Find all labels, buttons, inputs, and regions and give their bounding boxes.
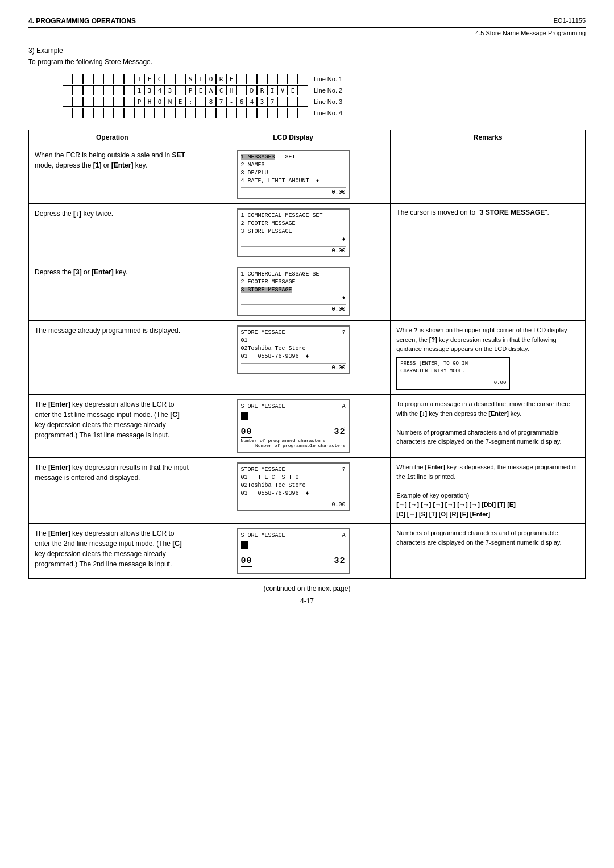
store-message-grid: T E C S T O R E Line No. 1 1 3 4 3 P E A… <box>63 74 586 119</box>
table-row: The [Enter] key depression allows the EC… <box>29 395 586 458</box>
operation-cell: Depress the [↓] key twice. <box>29 204 196 262</box>
lcd-cell: STORE MESSAGEA 00 32 <box>196 524 391 579</box>
guidance-box: PRESS [ENTER] TO GO INCHARACTER ENTRY MO… <box>396 357 510 390</box>
col-header-operation: Operation <box>29 130 196 145</box>
table-row: Depress the [3] or [Enter] key. 1 COMMER… <box>29 262 586 321</box>
remarks-cell <box>391 262 586 321</box>
table-row: The message already programmed is displa… <box>29 321 586 395</box>
operation-cell: The [Enter] key depression allows the EC… <box>29 395 196 458</box>
operation-cell: The [Enter] key depression allows the EC… <box>29 524 196 579</box>
lcd-cell: 1 COMMERCIAL MESSAGE SET 2 FOOTER MESSAG… <box>196 204 391 262</box>
remarks-cell: Numbers of programmed characters and of … <box>391 524 586 579</box>
remarks-cell: When the [Enter] key is depressed, the m… <box>391 458 586 524</box>
lcd-cell: 1 MESSAGES SET 2 NAMES 3 DP/PLU 4 RATE, … <box>196 145 391 204</box>
remarks-cell <box>391 145 586 204</box>
remarks-cell: To program a message in a desired line, … <box>391 395 586 458</box>
grid-row-1: T E C S T O R E Line No. 1 <box>63 74 586 84</box>
operation-cell: When the ECR is being outside a sale and… <box>29 145 196 204</box>
continued-note: (continued on the next page) <box>28 585 586 592</box>
example-label: 3) Example <box>28 47 586 55</box>
remarks-cell: While ? is shown on the upper-right corn… <box>391 321 586 395</box>
operation-cell: The [Enter] key depression results in th… <box>29 458 196 524</box>
table-row: When the ECR is being outside a sale and… <box>29 145 586 204</box>
line-label-2: Line No. 2 <box>314 87 342 94</box>
grid-row-3: P H O N E : 8 7 - 6 4 3 7 Line No. 3 <box>63 97 586 107</box>
example-text: To program the following Store Message. <box>28 58 586 66</box>
lcd-cell: STORE MESSAGEA 00 32 ↑ <box>196 395 391 458</box>
line-label-4: Line No. 4 <box>314 110 342 116</box>
table-row: Depress the [↓] key twice. 1 COMMERCIAL … <box>29 204 586 262</box>
doc-num: EO1-11155 <box>554 17 586 24</box>
grid-row-4: Line No. 4 <box>63 108 586 118</box>
lcd-cell: STORE MESSAGE? 01 T E C S T O 02Toshiba … <box>196 458 391 524</box>
operation-cell: Depress the [3] or [Enter] key. <box>29 262 196 321</box>
section-title: 4. PROGRAMMING OPERATIONS <box>28 17 136 25</box>
operation-cell: The message already programmed is displa… <box>29 321 196 395</box>
main-table: Operation LCD Display Remarks When the E… <box>28 130 586 579</box>
line-label-1: Line No. 1 <box>314 76 342 82</box>
grid-row-2: 1 3 4 3 P E A C H D R I V E Line No. 2 <box>63 85 586 95</box>
lcd-cell: 1 COMMERCIAL MESSAGE SET 2 FOOTER MESSAG… <box>196 262 391 321</box>
remarks-cell: The cursor is moved on to "3 STORE MESSA… <box>391 204 586 262</box>
lcd-cell: STORE MESSAGE? 01 02Toshiba Tec Store 03… <box>196 321 391 395</box>
sub-section: 4.5 Store Name Message Programming <box>28 30 586 36</box>
page-number: 4-17 <box>28 597 586 605</box>
col-header-remarks: Remarks <box>391 130 586 145</box>
table-row: The [Enter] key depression allows the EC… <box>29 524 586 579</box>
table-row: The [Enter] key depression results in th… <box>29 458 586 524</box>
col-header-lcd: LCD Display <box>196 130 391 145</box>
line-label-3: Line No. 3 <box>314 98 342 105</box>
